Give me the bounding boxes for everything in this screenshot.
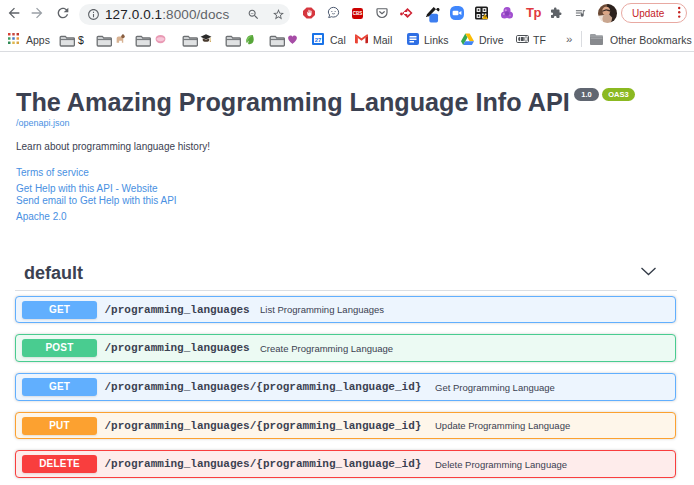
svg-text:CBS: CBS — [353, 11, 363, 16]
svg-text:27: 27 — [315, 37, 322, 43]
